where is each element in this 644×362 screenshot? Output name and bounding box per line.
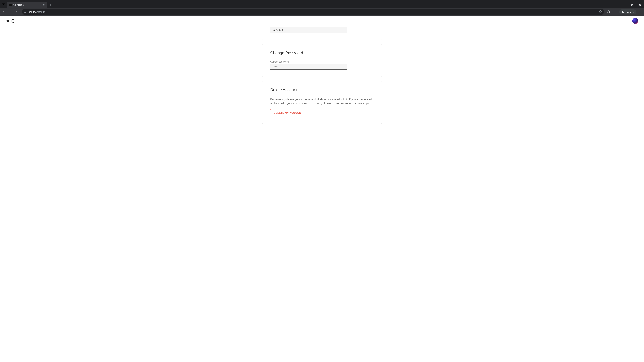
address-bar[interactable]: arc.dev/settings — [22, 9, 604, 15]
tab-close-button[interactable] — [42, 3, 45, 6]
downloads-button[interactable] — [612, 9, 618, 15]
tab-title: Arc Account — [13, 4, 41, 6]
page-viewport[interactable]: arc() Username Change Password Current p… — [0, 16, 644, 362]
svg-point-8 — [640, 12, 640, 13]
svg-point-7 — [640, 12, 640, 12]
incognito-badge[interactable]: Incognito — [619, 9, 636, 14]
delete-account-button[interactable]: DELETE MY ACCOUNT — [270, 109, 306, 116]
bookmark-button[interactable] — [599, 10, 602, 14]
tab-favicon-icon: ✓ — [9, 3, 12, 6]
site-logo[interactable]: arc() — [6, 18, 14, 23]
site-header: arc() — [0, 16, 644, 26]
window-controls — [621, 2, 644, 8]
username-input[interactable] — [270, 27, 347, 33]
dots-vertical-icon — [639, 10, 641, 13]
minimize-icon — [624, 4, 626, 6]
maximize-button[interactable] — [628, 2, 636, 8]
reload-button[interactable] — [14, 9, 20, 15]
download-icon — [614, 10, 617, 13]
extensions-button[interactable] — [606, 9, 612, 15]
minimize-button[interactable] — [621, 2, 628, 8]
incognito-label: Incognito — [626, 11, 634, 13]
incognito-icon — [621, 10, 624, 13]
browser-menu-button[interactable] — [637, 9, 643, 15]
user-avatar[interactable] — [632, 18, 638, 24]
arrow-right-icon — [9, 10, 12, 13]
maximize-icon — [632, 4, 634, 6]
arrow-left-icon — [2, 10, 6, 13]
close-icon — [639, 4, 641, 6]
tab-search-button[interactable] — [0, 0, 7, 8]
extension-icon — [607, 10, 610, 13]
current-password-label: Current password — [270, 60, 374, 63]
change-password-card: Change Password Current password — [262, 44, 382, 77]
browser-tab-strip: ✓ Arc Account — [0, 0, 644, 8]
browser-toolbar: arc.dev/settings Incognito — [0, 8, 644, 16]
close-icon — [43, 4, 45, 6]
chevron-down-icon — [0, 0, 7, 7]
svg-rect-2 — [632, 4, 633, 6]
forward-button[interactable] — [8, 9, 14, 15]
close-window-button[interactable] — [636, 2, 644, 8]
delete-account-description: Permanently delete your account and all … — [270, 97, 374, 106]
plus-icon — [50, 4, 52, 6]
current-password-input[interactable] — [270, 64, 347, 70]
url-text: arc.dev/settings — [28, 10, 45, 13]
new-tab-button[interactable] — [48, 2, 53, 7]
change-password-title: Change Password — [270, 51, 374, 55]
reload-icon — [16, 10, 19, 13]
settings-content: Username Change Password Current passwor… — [262, 26, 382, 128]
site-info-button[interactable] — [24, 10, 27, 13]
delete-account-title: Delete Account — [270, 87, 374, 92]
star-icon — [599, 10, 602, 13]
browser-tab[interactable]: ✓ Arc Account — [7, 2, 47, 8]
delete-account-card: Delete Account Permanently delete your a… — [262, 81, 382, 124]
tune-icon — [24, 10, 27, 13]
back-button[interactable] — [1, 9, 7, 15]
svg-point-6 — [640, 11, 640, 11]
